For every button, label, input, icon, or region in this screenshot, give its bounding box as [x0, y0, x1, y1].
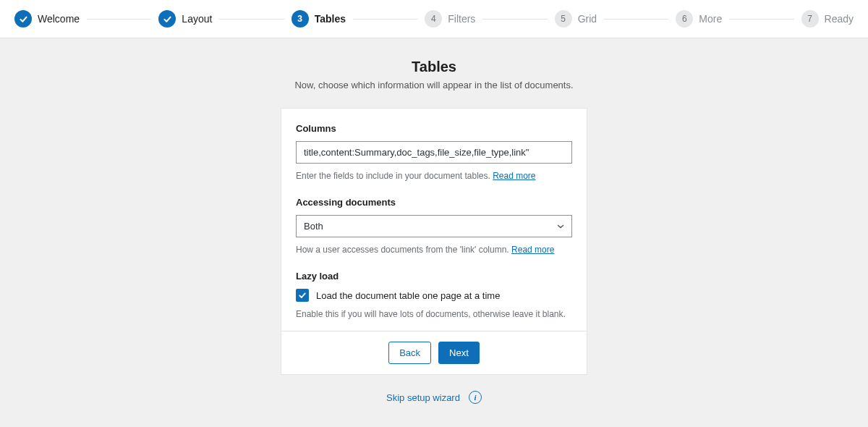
chevron-down-icon: [557, 223, 564, 230]
step-number-icon: 5: [555, 10, 572, 28]
step-number-icon: 3: [292, 10, 309, 28]
access-read-more-link[interactable]: Read more: [511, 245, 554, 255]
step-label: Layout: [182, 13, 212, 25]
columns-help: Enter the fields to include in your docu…: [296, 171, 572, 181]
columns-label: Columns: [296, 123, 572, 134]
step-welcome[interactable]: Welcome: [14, 10, 80, 28]
columns-input[interactable]: [296, 141, 572, 164]
lazyload-checkbox-row[interactable]: Load the document table one page at a ti…: [296, 289, 572, 302]
skip-wizard-link[interactable]: Skip setup wizard: [386, 392, 460, 403]
step-ready[interactable]: 7 Ready: [801, 10, 854, 28]
step-connector: [604, 19, 668, 20]
step-label: More: [699, 13, 722, 25]
step-number-icon: 4: [425, 10, 442, 28]
checkbox-checked-icon: [296, 289, 309, 302]
settings-card: Columns Enter the fields to include in y…: [281, 108, 587, 375]
step-tables[interactable]: 3 Tables: [292, 10, 346, 28]
access-select[interactable]: Both: [296, 215, 572, 237]
lazyload-checkbox-label: Load the document table one page at a ti…: [316, 290, 500, 301]
access-selected-value: Both: [304, 221, 323, 232]
skip-row: Skip setup wizard i: [0, 391, 868, 404]
access-label: Accessing documents: [296, 197, 572, 208]
page-title: Tables: [0, 59, 868, 75]
field-lazy-load: Lazy load Load the document table one pa…: [296, 271, 572, 319]
step-connector: [219, 19, 284, 20]
access-help: How a user accesses documents from the '…: [296, 245, 572, 255]
lazyload-help: Enable this if you will have lots of doc…: [296, 309, 572, 319]
field-columns: Columns Enter the fields to include in y…: [296, 123, 572, 181]
step-label: Filters: [448, 13, 475, 25]
step-number-icon: 6: [676, 10, 693, 28]
step-label: Ready: [825, 13, 854, 25]
step-more[interactable]: 6 More: [676, 10, 722, 28]
step-filters[interactable]: 4 Filters: [425, 10, 475, 28]
step-connector: [482, 19, 547, 20]
card-footer: Back Next: [281, 331, 587, 374]
wizard-stepper: Welcome Layout 3 Tables 4 Filters 5 Grid…: [0, 0, 868, 38]
step-number-icon: 7: [801, 10, 819, 28]
next-button[interactable]: Next: [438, 342, 480, 364]
step-layout[interactable]: Layout: [158, 10, 212, 28]
step-grid[interactable]: 5 Grid: [555, 10, 597, 28]
step-connector: [87, 19, 151, 20]
page-heading: Tables Now, choose which information wil…: [0, 59, 868, 90]
page-subtitle: Now, choose which information will appea…: [0, 80, 868, 90]
step-connector: [353, 19, 417, 20]
step-label: Welcome: [38, 13, 80, 25]
lazyload-label: Lazy load: [296, 271, 572, 282]
field-accessing-documents: Accessing documents Both How a user acce…: [296, 197, 572, 255]
step-label: Tables: [315, 13, 346, 25]
columns-read-more-link[interactable]: Read more: [493, 171, 535, 181]
step-label: Grid: [578, 13, 597, 25]
check-icon: [14, 10, 32, 28]
check-icon: [158, 10, 176, 28]
step-connector: [729, 19, 793, 20]
info-icon[interactable]: i: [469, 391, 482, 404]
back-button[interactable]: Back: [388, 342, 431, 364]
